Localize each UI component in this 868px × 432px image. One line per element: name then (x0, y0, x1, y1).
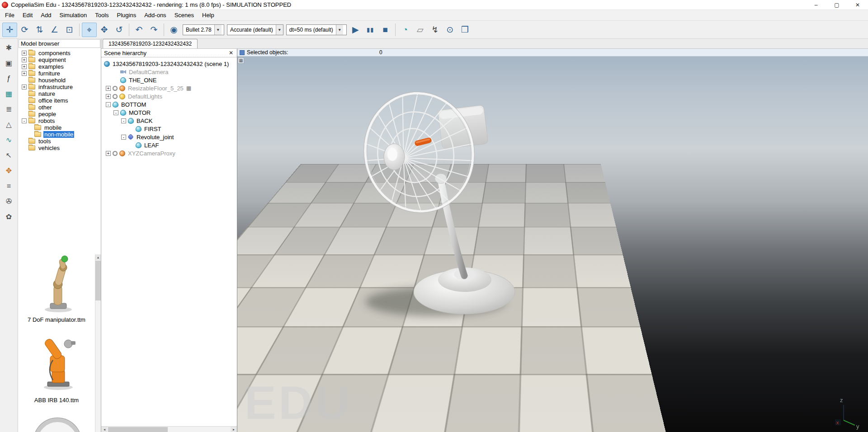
camera-fit-button[interactable]: ⊡ (62, 23, 77, 37)
viewport-3d[interactable]: Selected objects: 0 ▦ (237, 49, 868, 432)
hierarchy-horizontal-scrollbar[interactable]: ◂ ▸ (101, 426, 237, 432)
model-folder-household[interactable]: household (18, 77, 101, 84)
expander-icon[interactable]: - (113, 110, 118, 115)
model-folder-office-items[interactable]: office items (18, 97, 101, 104)
object-rotate-button[interactable]: ↺ (112, 23, 127, 37)
camera-shift-button[interactable]: ⇅ (32, 23, 47, 37)
scroll-right-icon[interactable]: ▸ (231, 427, 237, 432)
model-folder-people[interactable]: people (18, 111, 101, 117)
expander-icon[interactable]: + (106, 86, 111, 91)
model-folder-mobile[interactable]: mobile (18, 124, 101, 131)
expander-icon[interactable]: - (121, 118, 126, 123)
model-folder-equipment[interactable]: + equipment (18, 56, 101, 63)
tree-item-bottom[interactable]: - BOTTOM (101, 100, 237, 108)
expander-icon[interactable]: + (106, 94, 111, 99)
close-icon[interactable]: ✕ (228, 50, 234, 56)
timestep-dropdown[interactable]: dt=50 ms (default) ▾ (286, 24, 347, 35)
model-folder-nature[interactable]: nature (18, 90, 101, 97)
menu-simulation[interactable]: Simulation (56, 11, 91, 19)
camera-pan-button[interactable]: ✛ (2, 23, 17, 37)
tree-item-defaultcamera[interactable]: DefaultCamera (101, 68, 237, 76)
menu-plugins[interactable]: Plugins (113, 11, 141, 19)
collections-icon[interactable]: ▦ (2, 88, 16, 100)
visibility-icon[interactable] (113, 151, 118, 156)
menu-add[interactable]: Add (37, 11, 55, 19)
model-handling-icon[interactable]: ✥ (2, 164, 16, 177)
accuracy-dropdown[interactable]: Accurate (default) ▾ (227, 24, 283, 35)
maximize-button[interactable]: ▢ (826, 0, 847, 9)
start-simulation-button[interactable]: ▶ (348, 23, 363, 37)
video-recorder-icon[interactable]: ✇ (2, 195, 16, 207)
model-folder-furniture[interactable]: + furniture (18, 70, 101, 77)
model-browser-scrollbar[interactable]: ▲ (95, 254, 101, 432)
shape-edition-icon[interactable]: △ (2, 118, 16, 131)
view-menu-icon[interactable]: ▦ (238, 57, 244, 64)
tree-item-the-one[interactable]: THE_ONE (101, 76, 237, 84)
menu-edit[interactable]: Edit (19, 11, 37, 19)
tree-item-leaf[interactable]: LEAF (101, 141, 237, 149)
menu-file[interactable]: File (1, 11, 19, 19)
chevron-down-icon[interactable]: ▾ (336, 25, 343, 35)
model-folder-examples[interactable]: + examples (18, 63, 101, 70)
object-select-button[interactable]: ⌖ (82, 23, 97, 37)
model-thumbnail-7dof[interactable] (25, 254, 89, 315)
tree-item-resizablefloor[interactable]: + ResizableFloor_5_25 ▦ (101, 84, 237, 92)
object-shift-button[interactable]: ✥ (97, 23, 112, 37)
visibility-button[interactable]: ⊙ (443, 23, 458, 37)
calculation-modules-icon[interactable]: ƒ (2, 72, 16, 85)
dynamic-content-visualization-button[interactable]: ◉ (166, 23, 181, 37)
model-folder-robots[interactable]: - robots (18, 117, 101, 124)
expander-icon[interactable]: + (22, 57, 27, 62)
model-folder-vehicles[interactable]: vehicles (18, 145, 101, 151)
tree-item-revolute-joint[interactable]: - Revolute_joint (101, 133, 237, 141)
pause-simulation-button[interactable]: ▮▮ (363, 23, 378, 37)
layers-icon[interactable]: ≡ (2, 180, 16, 192)
stop-simulation-button[interactable]: ■ (378, 23, 393, 37)
scene-tab[interactable]: 13243567819203-1232432432432 (103, 39, 198, 48)
model-folder-non-mobile[interactable]: non-mobile (18, 131, 101, 138)
tree-item-xyzcameraproxy[interactable]: + XYZCameraProxy (101, 149, 237, 157)
car-dynamics-button[interactable]: ▱ (413, 23, 428, 37)
expander-icon[interactable]: + (106, 151, 111, 156)
camera-rotate-button[interactable]: ⟳ (17, 23, 32, 37)
scrollbar-thumb[interactable] (108, 427, 168, 432)
scrollbar-thumb[interactable] (95, 261, 101, 301)
model-folder-other[interactable]: other (18, 104, 101, 111)
tree-item-defaultlights[interactable]: + DefaultLights (101, 92, 237, 100)
expander-icon[interactable]: - (121, 135, 126, 140)
tree-item-scene-root[interactable]: 13243567819203-1232432432432 (scene 1) (101, 60, 237, 68)
visibility-icon[interactable] (113, 94, 118, 99)
menu-scenes[interactable]: Scenes (170, 11, 198, 19)
model-thumbnail-partial[interactable] (33, 418, 81, 432)
expander-icon[interactable]: + (22, 85, 27, 89)
camera-angle-button[interactable]: ∠ (47, 23, 62, 37)
physics-engine-dropdown[interactable]: Bullet 2.78 ▾ (183, 24, 224, 35)
expander-icon[interactable]: + (22, 71, 27, 76)
model-folder-tools[interactable]: tools (18, 138, 101, 145)
undo-button[interactable]: ↶ (132, 23, 146, 37)
expander-icon[interactable]: - (106, 102, 111, 107)
scroll-up-icon[interactable]: ▲ (95, 254, 101, 260)
user-settings-icon[interactable]: ✿ (2, 211, 16, 223)
model-thumbnail-abb[interactable] (25, 332, 89, 393)
expander-icon[interactable]: + (22, 51, 27, 56)
menu-addons[interactable]: Add-ons (140, 11, 170, 19)
chevron-down-icon[interactable]: ▾ (214, 25, 222, 35)
expander-icon[interactable]: - (22, 118, 27, 123)
path-edition-icon[interactable]: ∿ (2, 134, 16, 146)
real-time-mode-button[interactable]: ◔ (398, 23, 413, 37)
scripts-icon[interactable]: ≣ (2, 103, 16, 115)
tree-item-motor[interactable]: - MOTOR (101, 108, 237, 117)
scroll-left-icon[interactable]: ◂ (101, 427, 108, 432)
object-properties-icon[interactable]: ▣ (2, 57, 16, 69)
simulation-settings-icon[interactable]: ✱ (2, 42, 16, 54)
redo-button[interactable]: ↷ (146, 23, 161, 37)
close-button[interactable]: ✕ (847, 0, 868, 9)
model-folder-infrastructure[interactable]: + infrastructure (18, 84, 101, 90)
expander-icon[interactable]: + (22, 64, 27, 69)
minimize-button[interactable]: – (806, 0, 826, 9)
tree-item-back[interactable]: - BACK (101, 117, 237, 125)
chevron-down-icon[interactable]: ▾ (276, 25, 283, 35)
tree-item-first[interactable]: FIRST (101, 125, 237, 133)
selection-icon[interactable]: ↖ (2, 149, 16, 161)
